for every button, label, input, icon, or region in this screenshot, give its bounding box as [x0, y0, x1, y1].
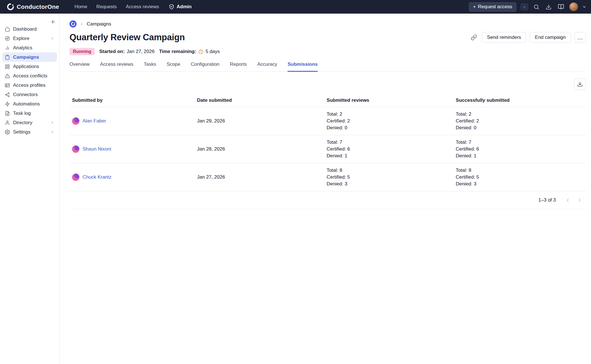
column-submitted-reviews: Submitted reviews — [327, 94, 456, 107]
sidebar-item-dashboard[interactable]: Dashboard — [2, 24, 57, 34]
copy-link-button[interactable] — [470, 33, 478, 42]
previous-page-button[interactable] — [563, 196, 572, 205]
user-avatar[interactable] — [569, 2, 578, 11]
user-link[interactable]: Alan Faber — [83, 118, 106, 124]
avatar — [72, 145, 79, 153]
admin-label: Admin — [177, 4, 192, 10]
submitted-reviews-cell: Total: 8 Certified: 5 Denied: 3 — [327, 163, 456, 191]
user-icon — [5, 120, 10, 125]
dash-icon: - — [524, 4, 525, 10]
column-submitted-by: Submitted by — [69, 94, 197, 107]
sidebar-item-task-log[interactable]: Task log — [2, 109, 57, 118]
submissions-table: Submitted by Date submitted Submitted re… — [69, 94, 586, 209]
download-icon — [577, 81, 583, 87]
sidebar-item-access-profiles[interactable]: Access profiles — [2, 81, 57, 90]
tab-submissions[interactable]: Submissions — [288, 62, 318, 72]
send-reminders-button[interactable]: Send reminders — [482, 32, 526, 43]
gear-icon — [5, 130, 10, 135]
request-access-button[interactable]: + Request access — [469, 2, 516, 12]
link-icon — [471, 34, 477, 41]
sidebar-item-connectors[interactable]: Connectors — [2, 90, 57, 99]
nav-home[interactable]: Home — [74, 4, 87, 10]
docs-button[interactable] — [557, 3, 565, 11]
user-link[interactable]: Chuck Krantz — [83, 174, 111, 180]
date-cell: Jan 27, 2026 — [197, 171, 327, 184]
brand-name: ConductorOne — [17, 3, 59, 10]
download-tray-button[interactable] — [544, 3, 553, 11]
sidebar-item-directory[interactable]: Directory — [2, 118, 57, 127]
chevron-right-icon — [50, 130, 54, 134]
sidebar-collapse-button[interactable] — [50, 18, 57, 26]
column-date-submitted: Date submitted — [197, 94, 327, 107]
next-page-button[interactable] — [575, 196, 584, 205]
tab-accuracy[interactable]: Accuracy — [257, 62, 277, 72]
user-link[interactable]: Shaun Nixoni — [83, 146, 111, 152]
topbar-actions: + Request access - — [469, 2, 586, 12]
chevron-right-icon — [577, 198, 582, 203]
submitted-by-cell: Chuck Krantz — [69, 170, 197, 185]
plus-icon: + — [473, 4, 476, 10]
submitted-reviews-cell: Total: 7 Certified: 6 Denied: 1 — [327, 135, 456, 163]
grid-icon — [5, 64, 10, 69]
alert-triangle-icon — [5, 73, 10, 79]
sidebar-item-campaigns[interactable]: Campaigns — [2, 52, 57, 62]
successfully-submitted-cell: Total: 8 Certified: 5 Denied: 3 — [456, 163, 586, 191]
sidebar-item-access-conflicts[interactable]: Access conflicts — [2, 71, 57, 81]
sidebar: Dashboard Explore Analytics — [0, 14, 60, 364]
chevron-right-icon — [80, 22, 84, 26]
pagination: 1–3 of 3 — [69, 191, 586, 209]
successfully-submitted-cell: Total: 2 Certified: 2 Denied: 0 — [456, 107, 586, 135]
ellipsis-icon: ... — [577, 34, 583, 41]
more-actions-button[interactable]: ... — [575, 32, 586, 43]
table-row: Alan Faber Jan 29, 2026 Total: 2 Certifi… — [69, 107, 586, 135]
submitted-by-cell: Alan Faber — [69, 114, 197, 128]
compass-icon — [5, 36, 10, 41]
started-on: Started on: Jan 27, 2026 — [99, 49, 155, 54]
top-navigation: Home Requests Access reviews — [74, 4, 159, 10]
shield-check-icon — [169, 4, 174, 10]
topbar: ConductorOne Home Requests Access review… — [0, 0, 591, 14]
end-campaign-button[interactable]: End campaign — [530, 32, 571, 43]
avatar — [72, 117, 79, 125]
campaign-tabs: Overview Access reviews Tasks Scope Conf… — [69, 62, 586, 72]
chevron-left-icon — [565, 198, 570, 203]
campaign-status-row: Running Started on: Jan 27, 2026 Time re… — [69, 48, 586, 55]
book-open-icon — [558, 4, 564, 10]
nav-requests[interactable]: Requests — [96, 4, 117, 10]
sidebar-item-analytics[interactable]: Analytics — [2, 43, 57, 52]
tab-reports[interactable]: Reports — [230, 62, 247, 72]
chevron-right-icon — [50, 36, 54, 41]
main-content: Campaigns Quarterly Review Campaign Send… — [60, 14, 591, 364]
sidebar-item-applications[interactable]: Applications — [2, 62, 57, 71]
tab-tasks[interactable]: Tasks — [144, 62, 156, 72]
tab-scope[interactable]: Scope — [166, 62, 180, 72]
nav-access-reviews[interactable]: Access reviews — [126, 4, 159, 10]
table-toolbar — [69, 79, 586, 90]
sidebar-item-settings[interactable]: Settings — [2, 127, 57, 137]
admin-mode-chip[interactable]: Admin — [169, 4, 192, 10]
sidebar-item-explore[interactable]: Explore — [2, 34, 57, 43]
submitted-by-cell: Shaun Nixoni — [69, 142, 197, 156]
sidebar-item-automations[interactable]: Automations — [2, 99, 57, 109]
pagination-range: 1–3 of 3 — [539, 197, 556, 203]
sidebar-menu: Dashboard Explore Analytics — [0, 18, 59, 137]
successfully-submitted-cell: Total: 7 Certified: 6 Denied: 1 — [456, 135, 586, 163]
bar-chart-icon — [5, 45, 10, 50]
arrow-left-icon — [51, 19, 56, 24]
dash-button[interactable]: - — [520, 3, 528, 10]
clock-icon — [198, 49, 204, 54]
search-icon — [533, 4, 539, 10]
download-icon — [546, 4, 552, 10]
tab-configuration[interactable]: Configuration — [191, 62, 219, 72]
column-successfully-submitted: Successfully submitted — [456, 94, 586, 107]
zap-icon — [5, 101, 10, 107]
export-table-button[interactable] — [574, 79, 586, 90]
tab-overview[interactable]: Overview — [69, 62, 90, 72]
time-remaining: Time remaining: 5 days — [159, 49, 220, 54]
breadcrumb-campaigns[interactable]: Campaigns — [87, 21, 111, 27]
search-button[interactable] — [532, 3, 541, 11]
chevron-right-icon — [50, 120, 54, 125]
brand-logo[interactable]: ConductorOne — [7, 3, 59, 10]
tab-access-reviews[interactable]: Access reviews — [100, 62, 133, 72]
chevron-down-icon[interactable] — [582, 5, 586, 9]
